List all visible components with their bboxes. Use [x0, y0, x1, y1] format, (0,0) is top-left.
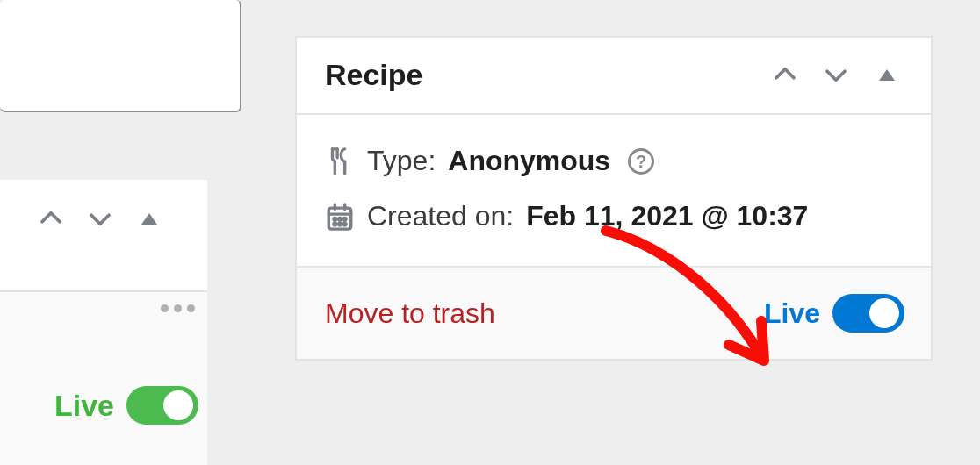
- svg-point-8: [343, 218, 346, 220]
- calendar-icon: [325, 202, 355, 232]
- svg-marker-0: [141, 213, 157, 225]
- live-label: Live: [764, 297, 820, 330]
- live-toggle-left[interactable]: [126, 386, 198, 425]
- svg-point-10: [339, 223, 342, 225]
- help-icon[interactable]: ?: [628, 148, 654, 175]
- panel-move-down-button[interactable]: [817, 55, 855, 94]
- recipe-panel: Recipe: [295, 36, 933, 361]
- panel-title: Recipe: [325, 58, 423, 92]
- svg-point-7: [339, 218, 342, 220]
- panel-header: Recipe: [297, 38, 931, 115]
- chevron-up-icon[interactable]: [32, 199, 70, 238]
- svg-point-6: [334, 218, 336, 220]
- live-toggle[interactable]: [832, 294, 904, 333]
- live-label-left: Live: [54, 389, 114, 423]
- created-value: Feb 11, 2021 @ 10:37: [526, 200, 808, 232]
- type-value: Anonymous: [448, 145, 610, 177]
- svg-point-9: [334, 223, 336, 225]
- type-label: Type:: [367, 145, 436, 177]
- panel-move-up-button[interactable]: [766, 55, 804, 94]
- created-label: Created on:: [367, 200, 514, 232]
- move-to-trash-link[interactable]: Move to trash: [325, 297, 495, 330]
- svg-marker-1: [879, 69, 895, 81]
- left-partial-panel-top: [0, 0, 241, 112]
- panel-collapse-button[interactable]: [868, 55, 906, 94]
- left-partial-panel-footer: Live: [0, 292, 207, 465]
- panel-footer: Move to trash Live: [297, 266, 931, 359]
- panel-body: Type: Anonymous ? Created on: Feb 11, 20…: [297, 115, 931, 266]
- svg-point-11: [343, 223, 346, 225]
- collapse-triangle-icon[interactable]: [130, 199, 169, 238]
- chevron-down-icon[interactable]: [81, 199, 119, 238]
- more-dots-icon[interactable]: [161, 304, 195, 312]
- type-row: Type: Anonymous ?: [325, 140, 903, 190]
- created-row: Created on: Feb 11, 2021 @ 10:37: [325, 190, 903, 240]
- utensils-icon: [325, 147, 355, 176]
- left-partial-panel-mid: [0, 180, 207, 292]
